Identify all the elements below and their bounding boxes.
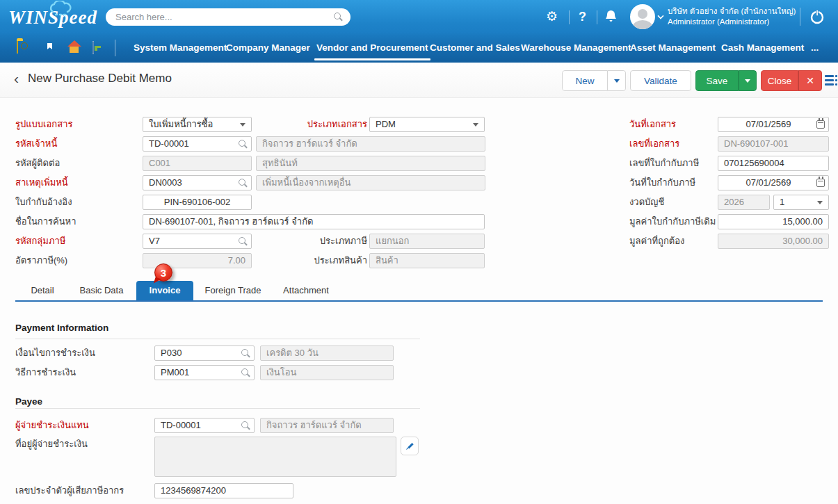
new-button[interactable]: New bbox=[562, 70, 608, 91]
new-dropdown-button[interactable] bbox=[608, 70, 626, 91]
tab-invoice[interactable]: Invoice bbox=[136, 281, 193, 300]
recent-folder-icon[interactable] bbox=[17, 40, 18, 54]
search-icon[interactable] bbox=[239, 179, 248, 188]
search-icon[interactable] bbox=[241, 349, 250, 358]
label-account-period: งวดบัญชี bbox=[629, 195, 664, 210]
credit-term-lookup[interactable]: P030 bbox=[154, 346, 255, 361]
divider bbox=[800, 8, 800, 26]
correct-value-field: 30,000.00 bbox=[718, 234, 829, 249]
avatar[interactable] bbox=[630, 4, 655, 29]
label-original-tax-value: มูลค่าใบกำกับภาษีเดิม bbox=[629, 214, 716, 229]
help-icon[interactable]: ? bbox=[579, 9, 586, 24]
save-button[interactable]: Save bbox=[695, 70, 739, 91]
tab-detail[interactable]: Detail bbox=[21, 281, 64, 300]
avatar-head bbox=[638, 9, 647, 19]
label-contact-code: รหัสผู้ติดต่อ bbox=[15, 156, 60, 171]
payment-method-lookup[interactable]: PM001 bbox=[154, 365, 255, 380]
gear-icon[interactable]: ⚙ bbox=[546, 9, 558, 24]
back-icon[interactable]: ‹ bbox=[14, 70, 19, 87]
caret-down-icon bbox=[240, 123, 245, 127]
validate-button[interactable]: Validate bbox=[630, 70, 691, 91]
close-button[interactable]: Close bbox=[761, 70, 798, 91]
avatar-body bbox=[633, 20, 652, 29]
debit-reason-lookup[interactable]: DN0003 bbox=[143, 175, 252, 190]
doc-date-value: 07/01/2569 bbox=[746, 119, 791, 129]
search-icon[interactable] bbox=[239, 140, 248, 149]
creditor-code-value: TD-00001 bbox=[149, 138, 189, 149]
search-icon[interactable] bbox=[239, 237, 248, 246]
payment-information-heading: Payment Information bbox=[15, 323, 108, 333]
doc-no-field: DN-690107-001 bbox=[718, 136, 829, 152]
label-correct-value: มูลค่าที่ถูกต้อง bbox=[629, 234, 684, 249]
notifications-bell-icon[interactable] bbox=[604, 9, 618, 23]
tab-attachment[interactable]: Attachment bbox=[274, 281, 338, 300]
search-icon[interactable] bbox=[241, 421, 250, 430]
label-tax-group: รหัสกลุ่มภาษี bbox=[15, 234, 65, 249]
tab-basic-data[interactable]: Basic Data bbox=[72, 281, 131, 300]
nav-system-management[interactable]: System Management bbox=[134, 33, 227, 63]
tax-invoice-no-field[interactable]: 070125690004 bbox=[718, 156, 829, 171]
tax-invoice-date-field[interactable]: 07/01/2569 bbox=[718, 175, 829, 190]
search-name-field[interactable]: DN-690107-001, กิจถาวร ฮาร์ดแวร์ จำกัด bbox=[143, 214, 485, 229]
divider bbox=[15, 339, 420, 339]
main-nav: System Management Company Manager Vendor… bbox=[0, 33, 838, 63]
creditor-name-value: กิจถาวร ฮาร์ดแวร์ จำกัด bbox=[262, 138, 357, 149]
tax-id-field[interactable]: 1234569874200 bbox=[154, 483, 293, 498]
debit-reason-desc-field: เพิ่มหนี้เนื่องจากเหตุอื่น bbox=[256, 175, 485, 190]
calendar-app-icon[interactable] bbox=[92, 41, 94, 54]
debit-reason-desc-value: เพิ่มหนี้เนื่องจากเหตุอื่น bbox=[262, 177, 350, 188]
credit-term-value: P030 bbox=[161, 348, 182, 358]
credit-term-desc-field: เครดิต 30 วัน bbox=[260, 346, 394, 361]
tax-invoice-date-value: 07/01/2569 bbox=[746, 177, 791, 188]
nav-more[interactable]: ... bbox=[811, 33, 819, 63]
doc-type-select[interactable]: PDM bbox=[369, 117, 485, 132]
nav-cash-management[interactable]: Cash Management bbox=[721, 33, 804, 63]
divider bbox=[569, 10, 570, 24]
doc-format-select[interactable]: ใบเพิ่มหนี้การซื้อ bbox=[143, 117, 252, 132]
payment-method-desc-field: เงินโอน bbox=[260, 365, 394, 380]
close-x-button[interactable]: ✕ bbox=[798, 70, 822, 91]
account-period-select[interactable]: 1 bbox=[773, 195, 829, 210]
payer-value: TD-00001 bbox=[161, 420, 201, 430]
contact-name-field: สุทธินันท์ bbox=[256, 156, 485, 171]
doc-date-field[interactable]: 07/01/2569 bbox=[718, 117, 829, 132]
nav-company-manager[interactable]: Company Manager bbox=[226, 33, 310, 63]
search-icon[interactable] bbox=[334, 13, 343, 22]
nav-asset-management[interactable]: Asset Management bbox=[630, 33, 716, 63]
caret-down-icon bbox=[745, 79, 750, 83]
list-menu-icon[interactable] bbox=[825, 74, 838, 87]
pencil-icon bbox=[404, 440, 416, 452]
account-period-year-field: 2026 bbox=[718, 195, 770, 210]
label-tax-rate: อัตราภาษี(%) bbox=[15, 253, 67, 268]
tax-invoice-no-value: 070125690004 bbox=[724, 158, 784, 168]
creditor-code-lookup[interactable]: TD-00001 bbox=[143, 136, 252, 152]
chevron-down-icon[interactable] bbox=[657, 13, 663, 19]
save-dropdown-button[interactable] bbox=[739, 70, 757, 91]
payer-lookup[interactable]: TD-00001 bbox=[154, 418, 255, 433]
search-icon[interactable] bbox=[241, 368, 250, 377]
label-product-type: ประเภทสินค้า bbox=[278, 253, 367, 268]
original-tax-value-field[interactable]: 15,000.00 bbox=[718, 214, 829, 229]
action-buttons: New Validate Save Close ✕ bbox=[562, 70, 838, 91]
nav-customer-and-sales[interactable]: Customer and Sales bbox=[430, 33, 520, 63]
search-input[interactable] bbox=[106, 8, 350, 26]
user-info[interactable]: บริษัท ตัวอย่าง จำกัด (สำนักงานใหญ่) Adm… bbox=[668, 6, 796, 27]
payment-method-value: PM001 bbox=[161, 367, 189, 377]
nav-warehouse-management[interactable]: Warehouse Management bbox=[521, 33, 631, 63]
label-tax-invoice-no: เลขที่ใบกำกับภาษี bbox=[629, 156, 699, 171]
label-ref-invoice: ใบกำกับอ้างอิง bbox=[15, 195, 72, 210]
edit-address-button[interactable] bbox=[401, 437, 419, 455]
payer-address-field bbox=[154, 437, 396, 477]
calendar-icon[interactable] bbox=[816, 120, 825, 129]
ref-invoice-field[interactable]: PIN-690106-002 bbox=[143, 195, 252, 210]
calendar-icon[interactable] bbox=[816, 179, 825, 187]
tax-group-lookup[interactable]: V7 bbox=[143, 234, 252, 249]
tab-foreign-trade[interactable]: Foreign Trade bbox=[200, 281, 266, 300]
nav-vendor-and-procurement[interactable]: Vendor and Procurement bbox=[316, 33, 428, 63]
debit-reason-value: DN0003 bbox=[149, 177, 182, 188]
label-payer-address: ที่อยู่ผู้จ่ายชำระเงิน bbox=[15, 437, 88, 452]
user-role: Administrator (Administrator) bbox=[668, 17, 796, 27]
product-type-field: สินค้า bbox=[369, 253, 485, 268]
power-icon[interactable] bbox=[809, 8, 825, 25]
original-tax-value: 15,000.00 bbox=[782, 216, 823, 227]
